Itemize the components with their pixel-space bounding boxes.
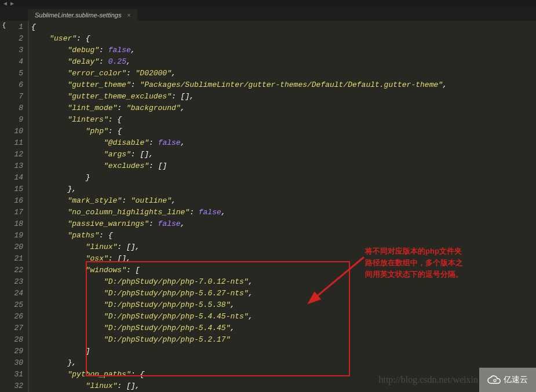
code-line[interactable]: }	[31, 172, 536, 184]
line-number: 20	[8, 241, 23, 253]
fold-marker[interactable]: {	[0, 21, 8, 392]
line-number: 19	[8, 230, 23, 241]
line-gutter: 1234567891011121314151617181920212223242…	[8, 21, 28, 392]
code-line[interactable]: "@disable": false,	[31, 137, 536, 149]
code-line[interactable]: },	[31, 357, 536, 369]
line-number: 25	[8, 299, 23, 311]
line-number: 6	[8, 79, 23, 91]
code-line[interactable]: "paths": {	[31, 230, 536, 241]
line-number: 5	[8, 68, 23, 79]
line-number: 26	[8, 311, 23, 323]
code-line[interactable]: "user": {	[31, 33, 536, 45]
close-icon[interactable]: ×	[127, 12, 130, 19]
code-line[interactable]: "passive_warnings": false,	[31, 218, 536, 230]
code-line[interactable]: {	[31, 21, 536, 33]
code-line[interactable]: "mark_style": "outline",	[31, 195, 536, 207]
line-number: 31	[8, 369, 23, 380]
code-line[interactable]: "D:/phpStudy/php/php-5.2.17"	[31, 334, 536, 346]
code-line[interactable]: "gutter_theme": "Packages/SublimeLinter/…	[31, 79, 536, 91]
line-number: 15	[8, 184, 23, 195]
line-number: 8	[8, 102, 23, 114]
line-number: 4	[8, 56, 23, 68]
code-line[interactable]: ]	[31, 346, 536, 357]
window-titlebar: ◀ ▶	[0, 0, 536, 7]
line-number: 9	[8, 114, 23, 126]
line-number: 21	[8, 253, 23, 265]
callout-line: 路径放在数组中，多个版本之	[365, 257, 463, 269]
code-line[interactable]: "linters": {	[31, 114, 536, 126]
callout-line: 将不同对应版本的php文件夹	[365, 246, 463, 257]
svg-point-1	[494, 379, 496, 382]
line-number: 29	[8, 346, 23, 357]
line-number: 27	[8, 323, 23, 334]
line-number: 10	[8, 126, 23, 137]
code-line[interactable]: "debug": false,	[31, 45, 536, 56]
code-content[interactable]: { "user": { "debug": false, "delay": 0.2…	[29, 21, 536, 392]
line-number: 32	[8, 380, 23, 392]
code-line[interactable]: "error_color": "D02000",	[31, 68, 536, 79]
code-line[interactable]: },	[31, 184, 536, 195]
line-number: 22	[8, 265, 23, 276]
callout-line: 间用英文状态下的逗号分隔。	[365, 269, 463, 280]
watermark-text: http://blog.csdn.net/weixin	[378, 375, 478, 385]
line-number: 13	[8, 160, 23, 172]
file-tab[interactable]: SublimeLinter.sublime-settings ×	[28, 9, 137, 21]
code-line[interactable]: "D:/phpStudy/php/php-5.6.27-nts",	[31, 288, 536, 299]
line-number: 11	[8, 137, 23, 149]
code-line[interactable]: "D:/phpStudy/php/php-5.4.45",	[31, 323, 536, 334]
code-line[interactable]: "excludes": []	[31, 160, 536, 172]
line-number: 3	[8, 45, 23, 56]
tab-title: SublimeLinter.sublime-settings	[35, 12, 121, 19]
line-number: 2	[8, 33, 23, 45]
line-number: 18	[8, 218, 23, 230]
line-number: 23	[8, 276, 23, 288]
code-line[interactable]: "lint_mode": "background",	[31, 102, 536, 114]
line-number: 1	[8, 21, 23, 33]
code-line[interactable]: "gutter_theme_excludes": [],	[31, 91, 536, 102]
line-number: 14	[8, 172, 23, 184]
line-number: 30	[8, 357, 23, 369]
nav-arrows[interactable]: ◀ ▶	[3, 0, 14, 7]
logo-badge: 亿速云	[479, 368, 536, 392]
code-line[interactable]: "php": {	[31, 126, 536, 137]
code-line[interactable]: "args": [],	[31, 149, 536, 160]
tab-bar: SublimeLinter.sublime-settings ×	[0, 7, 536, 21]
code-line[interactable]: "D:/phpStudy/php/php-5.4.45-nts",	[31, 311, 536, 323]
cloud-icon	[487, 375, 501, 384]
code-line[interactable]: "delay": 0.25,	[31, 56, 536, 68]
line-number: 28	[8, 334, 23, 346]
logo-text: 亿速云	[504, 375, 528, 385]
line-number: 24	[8, 288, 23, 299]
line-number: 17	[8, 207, 23, 218]
callout-text: 将不同对应版本的php文件夹 路径放在数组中，多个版本之 间用英文状态下的逗号分…	[365, 246, 463, 280]
editor-area: { 12345678910111213141516171819202122232…	[0, 21, 536, 392]
code-line[interactable]: "D:/phpStudy/php/php-5.5.38",	[31, 299, 536, 311]
code-line[interactable]: "no_column_highlights_line": false,	[31, 207, 536, 218]
line-number: 16	[8, 195, 23, 207]
line-number: 12	[8, 149, 23, 160]
line-number: 7	[8, 91, 23, 102]
